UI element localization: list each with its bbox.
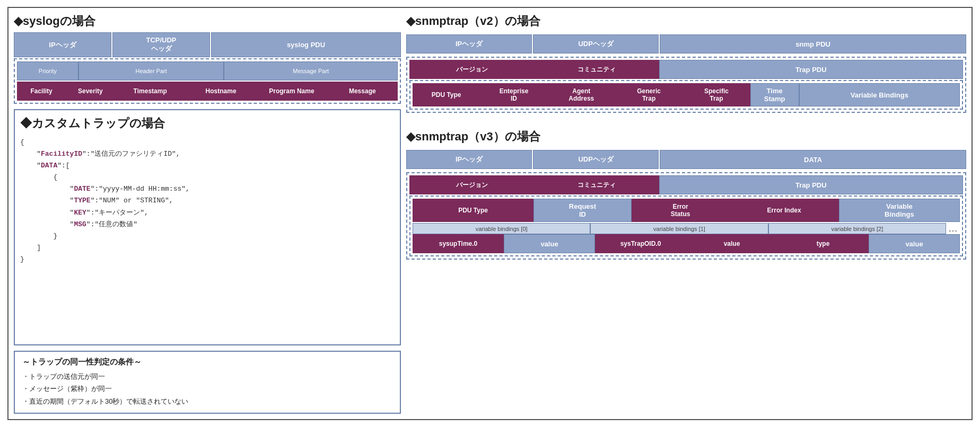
trap-identity-item-1: ・トラップの送信元が同一 (22, 370, 392, 382)
custom-trap-section: ◆カスタムトラップの場合 { "FacilityID":"送信元のファシリティI… (14, 109, 401, 345)
syslog-priority-label: Priority (17, 61, 78, 81)
trap-identity-box: ～トラップの同一性判定の条件～ ・トラップの送信元が同一 ・メッセージ（紫枠）が… (14, 351, 401, 414)
snmp-v3-udp: UDPヘッダ (533, 150, 659, 169)
syslog-severity: Severity (66, 82, 115, 101)
snmp-v3-value3: value (869, 234, 960, 253)
syslog-tcpudp-header: TCP/UDPヘッダ (112, 32, 210, 57)
snmp-v3-pdu-type: PDU Type (413, 199, 533, 222)
syslog-layer2: Priority Header Part Message Part (17, 61, 398, 81)
snmp-v3-type: type (777, 234, 869, 253)
snmp-v3-varbind-label-row: variable bindings [0] variable bindings … (413, 223, 960, 234)
snmp-v3-error-index: Error Index (729, 199, 838, 222)
dots-indicator: … (946, 223, 960, 234)
snmp-v3-section: ◆snmptrap（v3）の場合 IPヘッダ UDPヘッダ DATA バージョン… (406, 129, 966, 260)
snmp-v3-sysuptime: sysupTime.0 (413, 234, 504, 253)
syslog-dashed-detail: Priority Header Part Message Part Facili… (14, 58, 401, 104)
syslog-facility: Facility (17, 82, 66, 101)
syslog-ip-header: IPヘッダ (14, 32, 111, 57)
snmp-v3-layer2: バージョン コミュニティ Trap PDU (409, 175, 963, 194)
snmp-v3-trap-pdu: Trap PDU (659, 175, 963, 194)
syslog-layer3: Facility Severity Timestamp Hostname Pro… (17, 82, 398, 101)
snmp-v3-vb1-label: variable bindings [1] (590, 223, 768, 234)
snmp-v2-title: ◆snmptrap（v2）の場合 (406, 13, 966, 29)
snmp-v3-layer1: IPヘッダ UDPヘッダ DATA (406, 150, 966, 169)
snmp-v2-enterprise-id: EntepriseID (480, 83, 547, 106)
snmp-v3-varbind-sections: variable bindings [0] variable bindings … (413, 223, 960, 253)
custom-trap-code: { "FacilityID":"送信元のファシリティID", "DATA":[ … (20, 135, 395, 268)
snmp-v3-vb2-label: variable bindings [2] (768, 223, 946, 234)
snmp-v3-varbind-cells: sysupTime.0 value sysTrapOID.0 value typ… (413, 234, 960, 253)
syslog-layer1: IPヘッダ TCP/UDPヘッダ syslog PDU (14, 32, 401, 57)
snmp-v2-ip: IPヘッダ (406, 34, 532, 54)
snmp-v3-trap-detail: PDU Type RequestID ErrorStatus Error Ind… (409, 195, 963, 256)
snmp-v2-timestamp: TimeStamp (750, 83, 799, 106)
snmp-v3-ip: IPヘッダ (406, 150, 532, 169)
syslog-header-part-label: Header Part (78, 61, 224, 81)
snmp-v2-pdu-type: PDU Type (413, 83, 480, 106)
snmp-v3-value2: value (686, 234, 777, 253)
snmp-v2-layer1: IPヘッダ UDPヘッダ snmp PDU (406, 34, 966, 54)
snmp-v3-version: バージョン (409, 175, 534, 194)
syslog-pdu: syslog PDU (211, 32, 401, 57)
custom-trap-title: ◆カスタムトラップの場合 (20, 115, 395, 131)
snmp-v2-udp: UDPヘッダ (533, 34, 659, 54)
snmp-v2-pdu: snmp PDU (660, 34, 966, 54)
snmp-v3-dashed: バージョン コミュニティ Trap PDU PDU Type RequestID… (406, 172, 966, 260)
syslog-message: Message (327, 82, 398, 101)
main-container: ◆syslogの場合 IPヘッダ TCP/UDPヘッダ syslog PDU P… (7, 7, 973, 420)
syslog-program-name: Program Name (256, 82, 327, 101)
snmp-v3-title: ◆snmptrap（v3）の場合 (406, 129, 966, 145)
snmp-v2-trap-detail: PDU Type EntepriseID AgentAddress Generi… (409, 80, 963, 110)
snmp-v2-trap-pdu: Trap PDU (659, 60, 963, 79)
trap-identity-item-3: ・直近の期間（デフォルト30秒）で転送されていない (22, 395, 392, 407)
snmp-v3-community: コミュニティ (534, 175, 659, 194)
snmp-v3-layer3: PDU Type RequestID ErrorStatus Error Ind… (413, 199, 960, 222)
snmp-v2-agent-addr: AgentAddress (548, 83, 615, 106)
snmp-v2-specific-trap: SpecificTrap (682, 83, 750, 106)
syslog-message-part-label: Message Part (224, 61, 398, 81)
snmp-v2-layer2: バージョン コミュニティ Trap PDU (409, 60, 963, 79)
trap-identity-item-2: ・メッセージ（紫枠）が同一 (22, 382, 392, 395)
snmp-v2-layer3: PDU Type EntepriseID AgentAddress Generi… (413, 83, 960, 106)
snmp-v2-section: ◆snmptrap（v2）の場合 IPヘッダ UDPヘッダ snmp PDU バ… (406, 13, 966, 113)
snmp-v2-generic-trap: GenericTrap (615, 83, 682, 106)
snmp-v3-systrapoid: sysTrapOID.0 (595, 234, 686, 253)
trap-identity-list: ・トラップの送信元が同一 ・メッセージ（紫枠）が同一 ・直近の期間（デフォルト3… (22, 370, 392, 407)
syslog-timestamp: Timestamp (115, 82, 186, 101)
snmp-v2-version: バージョン (409, 60, 534, 79)
snmp-v2-community: コミュニティ (534, 60, 659, 79)
snmp-v3-data: DATA (660, 150, 966, 169)
left-panel: ◆syslogの場合 IPヘッダ TCP/UDPヘッダ syslog PDU P… (14, 13, 401, 414)
snmp-v3-varbind-label: VariableBindings (839, 199, 960, 222)
snmp-v3-vb0-label: variable bindings [0] (413, 223, 590, 234)
snmp-v3-value1: value (504, 234, 595, 253)
snmp-v3-error-status: ErrorStatus (632, 199, 730, 222)
syslog-title: ◆syslogの場合 (14, 13, 401, 29)
right-panel: ◆snmptrap（v2）の場合 IPヘッダ UDPヘッダ snmp PDU バ… (406, 13, 966, 414)
syslog-section: ◆syslogの場合 IPヘッダ TCP/UDPヘッダ syslog PDU P… (14, 13, 401, 104)
snmp-v2-dashed: バージョン コミュニティ Trap PDU PDU Type Enteprise… (406, 57, 966, 113)
snmp-v2-varbind: Variable Bindings (799, 83, 960, 106)
trap-identity-title: ～トラップの同一性判定の条件～ (22, 357, 392, 367)
snmp-v3-request-id: RequestID (533, 199, 632, 222)
syslog-hostname: Hostname (186, 82, 256, 101)
